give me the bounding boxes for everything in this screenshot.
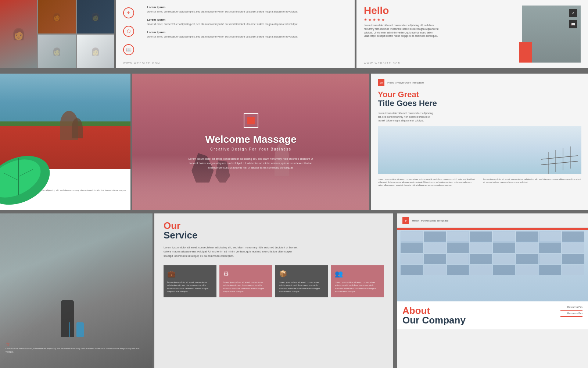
photo-woman-dark: 👩 — [77, 0, 114, 33]
slide-hello: Hello ★ ★ ★ ★ ★ Lorem ipsum dolor sit am… — [356, 0, 588, 68]
bc-8 — [562, 231, 584, 242]
slide-nature: ☆ Lorem ipsum dolor sit amet, consectetu… — [0, 74, 130, 210]
bc-25 — [401, 265, 423, 275]
star-2: ★ — [368, 18, 372, 22]
luggage-handle — [69, 322, 70, 337]
card-text-1: Lorem ipsum dolor sit amet, consectetuer… — [167, 281, 213, 293]
main-grid: 👩 👩 👩 👩 👩 ✈ ⬡ 📖 — [0, 0, 588, 368]
card-icon-1: 💼 — [167, 270, 213, 278]
bc-12 — [470, 243, 492, 253]
service-card-1: 💼 Lorem ipsum dolor sit amet, consectetu… — [164, 265, 216, 298]
bc-21 — [493, 254, 515, 264]
bc-32 — [562, 265, 584, 275]
bc-1 — [401, 231, 423, 242]
leaf-svg — [0, 136, 70, 210]
bc-9 — [401, 243, 423, 253]
collage-grid: 👩 👩 👩 👩 👩 — [0, 0, 114, 68]
text-bold-1: Lorem ipsum — [147, 6, 347, 9]
bc-5 — [493, 231, 515, 242]
photo-woman-portrait: 👩 — [38, 35, 75, 68]
slide9-content-area: About Our Company Business Pro Business … — [397, 301, 588, 329]
card-icon-2: ⚙ — [223, 270, 269, 278]
icon-send: ✈ — [123, 7, 134, 18]
photo-woman-scarf: 👩 — [38, 0, 75, 33]
slide9-number: 9 — [402, 217, 409, 224]
welcome-content: Welcome Massage Creative Design For Your… — [132, 74, 369, 210]
bc-28 — [470, 265, 492, 275]
red-underline-2 — [560, 316, 582, 317]
slide6-col1: Lorem ipsum dolor sit amet, consectetuer… — [378, 178, 476, 187]
slide9-right-content: Business Pro Business Pro — [560, 306, 582, 317]
travel-text: Lorem ipsum dolor sit amet, consectetuer… — [6, 347, 147, 353]
welcome-logo-inner — [247, 117, 255, 124]
slide-about-company: 9 Hello | Powerpoint Template — [397, 213, 588, 368]
star-1: ★ — [364, 18, 367, 22]
bc-31 — [539, 265, 562, 275]
bc-17 — [401, 254, 423, 264]
text-body-2: dolor sit amet, consectetuer adipiscing … — [147, 22, 347, 26]
card-icon-3: 📦 — [279, 270, 325, 278]
slide-welcome-massage: Welcome Massage Creative Design For Your… — [132, 74, 369, 210]
slide6-titles: Your Great Title Goes Here — [378, 90, 581, 108]
slide9-header-label: Hello | Powerpoint Template — [412, 219, 448, 222]
about-title-red: About — [402, 306, 466, 315]
star-3: ★ — [373, 18, 376, 22]
card-icon-4: 👥 — [335, 270, 380, 278]
business-pro-2: Business Pro — [560, 312, 582, 315]
star-5: ★ — [381, 18, 385, 22]
travel-person — [61, 300, 74, 337]
text-bold-2: Lorem ipsum — [147, 18, 347, 21]
card-text-3: Lorem ipsum dolor sit amet, consectetuer… — [279, 281, 325, 293]
welcome-description: Lorem ipsum dolor sit amet, consectetuer… — [185, 157, 317, 170]
bc-20 — [470, 254, 492, 264]
bc-22 — [516, 254, 538, 264]
photo-red-woman: 👩 — [0, 0, 37, 68]
card-text-2: Lorem ipsum dolor sit amet, consectetuer… — [223, 281, 269, 293]
service-title-red: Our — [164, 221, 384, 230]
bc-30 — [516, 265, 538, 275]
icon-column: ✈ ⬡ 📖 — [123, 6, 141, 63]
travel-content: ☆ Lorem ipsum dolor sit amet, consectetu… — [0, 213, 153, 368]
person-2 — [72, 118, 83, 138]
slide6-image — [378, 126, 581, 174]
stars-row: ★ ★ ★ ★ ★ — [364, 18, 522, 22]
slide3-icon-2: 📖 — [569, 20, 577, 28]
icon-box: ⬡ — [123, 26, 134, 37]
slide9-header: 9 Hello | Powerpoint Template — [397, 213, 588, 228]
slide6-description-area: Lorem ipsum dolor sit amet, consectetuer… — [378, 112, 581, 122]
bc-16 — [562, 243, 584, 253]
bc-10 — [424, 243, 446, 253]
hello-description: Lorem ipsum dolor sit amet, consectetuer… — [364, 24, 445, 38]
bc-3 — [447, 231, 469, 242]
card-text-4: Lorem ipsum dolor sit amet, consectetuer… — [335, 281, 380, 293]
about-titles: About Our Company — [402, 306, 466, 325]
bc-26 — [424, 265, 446, 275]
slide-photo-collage: 👩 👩 👩 👩 👩 — [0, 0, 114, 68]
title-template-content: 16 Hello | Powerpoint Template Your Grea… — [371, 74, 588, 210]
service-header: Our Service — [164, 221, 384, 240]
leaf-overlay-container — [0, 136, 70, 210]
slide6-bottom-text: Lorem ipsum dolor sit amet, consectetuer… — [378, 178, 581, 187]
business-pro-1: Business Pro — [560, 306, 582, 308]
service-cards-container: 💼 Lorem ipsum dolor sit amet, consectetu… — [164, 265, 384, 298]
bc-11 — [447, 243, 469, 253]
photo-woman-white: 👩 — [77, 35, 114, 68]
icon-book: 📖 — [123, 44, 134, 55]
text-block-2: Lorem ipsum dolor sit amet, consectetuer… — [147, 18, 347, 26]
star-4: ★ — [377, 18, 380, 22]
about-title-dark: Our Company — [402, 315, 466, 325]
bc-6 — [516, 231, 538, 242]
slide6-photo — [378, 126, 581, 174]
slide-title-template: 16 Hello | Powerpoint Template Your Grea… — [371, 74, 588, 210]
service-card-2: ⚙ Lorem ipsum dolor sit amet, consectetu… — [219, 265, 272, 298]
bc-4 — [470, 231, 492, 242]
service-title-dark: Service — [164, 230, 384, 240]
text-icons-content: ✈ ⬡ 📖 Lorem ipsum dolor sit amet, consec… — [116, 0, 355, 68]
red-underline-1 — [560, 310, 582, 311]
red-accent-bar — [519, 42, 532, 63]
fence-svg — [541, 145, 578, 174]
text-block-3: Lorem ipsum dolor sit amet, consectetuer… — [147, 31, 347, 39]
luggage — [76, 322, 84, 337]
svg-line-6 — [541, 161, 578, 165]
bc-15 — [539, 243, 562, 253]
